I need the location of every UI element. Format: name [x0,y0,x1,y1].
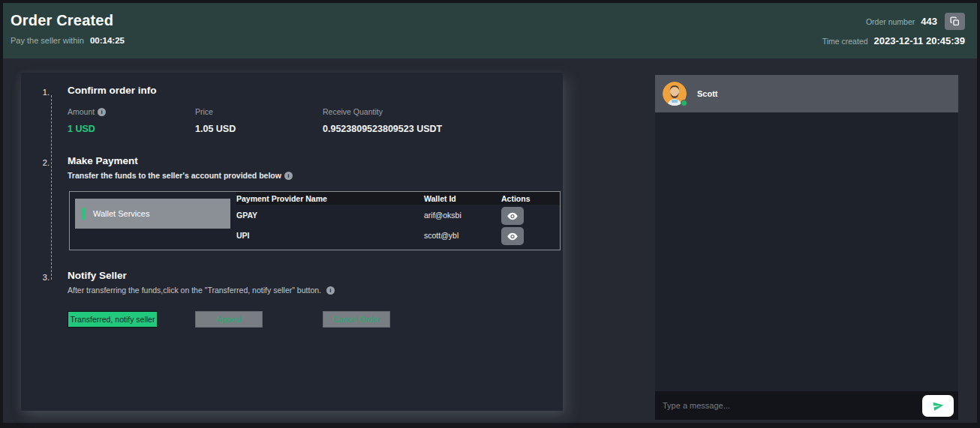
pay-timer-value: 00:14:25 [90,36,125,45]
pay-timer-label: Pay the seller within [11,36,84,45]
col-wallet-id: Wallet Id [424,194,501,203]
price-value: 1.05 USD [195,124,323,134]
appeal-button[interactable]: Appeal [195,311,263,328]
payment-method-tabs: Wallet Services [70,192,236,250]
confirm-order-title: Confirm order info [68,85,549,96]
eye-icon [507,212,518,220]
chat-header: Scott [655,75,958,112]
info-icon: i [98,108,106,116]
payment-table-main: Payment Provider Name Wallet Id Actions … [236,192,560,250]
step-connector-line [51,95,52,280]
transferred-notify-seller-button[interactable]: Transferred, notify seller [68,311,158,328]
order-action-buttons: Transferred, notify seller Appeal Cancel… [68,311,549,328]
order-steps-card: 1. 2. 3. Confirm order info Amounti Pric… [21,73,563,411]
avatar [663,82,687,106]
order-header: Order Created Pay the seller within 00:1… [3,3,977,58]
copy-icon [950,16,960,26]
chat-messages-area[interactable] [655,112,958,391]
amount-label: Amounti [68,107,195,116]
order-meta: Order number 443 Time created 2023-12-11… [822,13,965,52]
make-payment-title: Make Payment [68,155,549,166]
order-number-row: Order number 443 [822,13,965,30]
eye-icon [507,232,518,241]
cancel-order-button[interactable]: Cancel Order [323,311,390,328]
col-provider-name: Payment Provider Name [236,194,424,203]
amount-value: 1 USD [68,124,195,134]
provider-name: UPI [236,227,424,240]
make-payment-section: Make Payment Transfer the funds to the s… [68,155,549,250]
time-created-value: 2023-12-11 20:45:39 [874,35,965,46]
time-created-label: Time created [822,37,868,46]
order-number-value: 443 [921,16,937,27]
chat-input-bar [655,391,958,420]
col-actions: Actions [501,194,560,203]
info-icon: i [284,172,293,180]
tab-wallet-services[interactable]: Wallet Services [75,199,230,229]
payment-table-header: Payment Provider Name Wallet Id Actions [236,192,560,205]
payment-methods-table: Wallet Services Payment Provider Name Wa… [69,191,561,250]
view-payment-details-button[interactable] [501,207,524,225]
make-payment-description: Transfer the funds to the seller's accou… [68,171,549,180]
step-1-number: 1. [39,88,50,97]
time-created-row: Time created 2023-12-11 20:45:39 [822,35,965,46]
online-status-dot [681,100,687,106]
view-payment-details-button[interactable] [501,227,524,245]
notify-seller-title: Notify Seller [68,270,549,281]
page-frame: Order Created Pay the seller within 00:1… [3,3,977,423]
order-info-fields: Amounti Price Receive Quantity 1 USD 1.0… [68,107,549,134]
copy-order-number-button[interactable] [945,13,965,30]
provider-name: GPAY [236,207,424,220]
notify-seller-description: After transferring the funds,click on th… [68,286,549,295]
wallet-id: scott@ybl [424,227,501,240]
chat-message-input[interactable] [663,401,922,410]
wallet-id: arif@oksbi [424,207,501,220]
step-3-number: 3. [39,273,50,282]
table-row: GPAY arif@oksbi [236,207,560,225]
receive-quantity-label: Receive Quantity [323,107,549,116]
price-label: Price [195,107,323,116]
send-message-button[interactable] [922,395,954,417]
send-icon [933,400,944,412]
table-row: UPI scott@ybl [236,227,560,245]
chat-panel: Scott [655,75,958,420]
receive-quantity-value: 0.9523809523809523 USDT [323,124,549,134]
confirm-order-section: Confirm order info Amounti Price Receive… [68,85,549,134]
info-icon: i [326,286,335,295]
step-2-number: 2. [39,158,50,167]
order-number-label: Order number [866,17,915,26]
notify-seller-section: Notify Seller After transferring the fun… [68,270,549,328]
chat-peer-name: Scott [697,89,718,98]
